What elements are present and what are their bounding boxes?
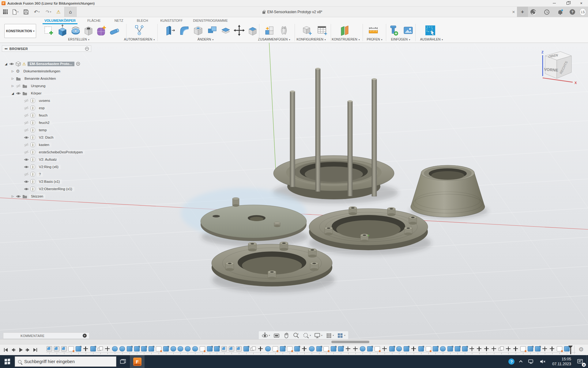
visibility-eye-icon[interactable]	[24, 113, 29, 118]
timeline-feature-extrude-icon[interactable]	[134, 346, 140, 351]
timeline-feature-sketch-icon[interactable]	[68, 346, 74, 351]
timeline-feature-move-icon[interactable]	[258, 346, 263, 351]
viewports-icon[interactable]: ▾	[336, 332, 346, 339]
timeline-feature-sketch-icon[interactable]	[273, 346, 278, 351]
tree-expander-icon[interactable]: ▷	[11, 70, 14, 73]
visibility-eye-icon[interactable]	[24, 128, 29, 132]
pan-icon[interactable]	[282, 332, 291, 339]
construction-plane-button[interactable]	[338, 24, 351, 37]
browser-item-v2-aufsatz[interactable]: V2: Aufsatz	[24, 156, 59, 163]
start-button[interactable]	[0, 355, 15, 368]
timeline-feature-move-icon[interactable]	[105, 346, 110, 351]
ribbon-tab-blech[interactable]: BLECH	[135, 18, 150, 23]
view-cube[interactable]: OBEN VORNE RECHTS Z X	[537, 45, 580, 88]
new-component-button[interactable]	[263, 24, 276, 37]
visibility-eye-icon[interactable]	[24, 179, 29, 184]
insert-image-button[interactable]	[402, 24, 415, 37]
redo-button[interactable]: ↷▾	[43, 7, 54, 17]
timeline-feature-extrude-icon[interactable]	[316, 346, 322, 351]
ribbon-group-erstellen[interactable]: ERSTELLEN	[68, 37, 89, 41]
timeline-feature-cyl-icon[interactable]	[119, 346, 125, 351]
timeline-feature-fillet-icon[interactable]	[61, 346, 67, 351]
visibility-eye-icon[interactable]	[24, 135, 29, 140]
timeline-feature-move-icon[interactable]	[542, 346, 548, 351]
taskbar-clock[interactable]: 15:05 07.11.2023	[549, 357, 574, 367]
browser-item-v2-basis-x1-[interactable]: V2:Basis (x1)	[24, 178, 62, 185]
visibility-eye-icon[interactable]	[16, 84, 21, 88]
file-menu-button[interactable]: ▾	[10, 7, 21, 17]
taskbar-fusion-icon[interactable]: F	[130, 355, 145, 368]
ribbon-tab-kunststoff[interactable]: KUNSTSTOFF	[158, 18, 184, 23]
browser-item-feuch2[interactable]: feuch2	[24, 119, 52, 126]
timeline-feature-sketch-icon[interactable]	[156, 346, 161, 351]
extensions-icon[interactable]	[530, 9, 537, 15]
timeline-feature-extrude-icon[interactable]	[243, 346, 249, 351]
notifications-bell-icon[interactable]	[557, 9, 564, 15]
timeline-settings-gear-icon[interactable]: ⚙	[579, 346, 584, 353]
close-document-tab-button[interactable]: ×	[511, 9, 516, 15]
timeline-feature-move-icon[interactable]	[491, 346, 497, 351]
comments-bar[interactable]: KOMMENTARE +	[3, 332, 89, 339]
browser-item-dokumenteinstellungen[interactable]: ▷⚙Dokumenteinstellungen	[11, 68, 62, 75]
ribbon-group-auswählen[interactable]: AUSWÄHLEN	[420, 37, 443, 41]
timeline-feature-cyl-icon[interactable]	[265, 346, 271, 351]
insert-mccmaster-button[interactable]	[387, 24, 400, 37]
close-button[interactable]: ×	[575, 0, 588, 6]
timeline-feature-extrude-icon[interactable]	[163, 346, 169, 351]
timeline-feature-extrude-icon[interactable]	[127, 346, 132, 351]
timeline-feature-comp-icon[interactable]	[251, 348, 254, 351]
timeline-playhead[interactable]	[568, 346, 573, 354]
orbit-icon[interactable]: ▾	[261, 332, 271, 339]
timeline-feature-extrude-icon[interactable]	[149, 346, 154, 351]
visibility-eye-icon[interactable]	[24, 165, 29, 169]
automate-button[interactable]	[133, 24, 146, 37]
hole-button[interactable]	[82, 24, 95, 37]
timeline-feature-extrude-icon[interactable]	[331, 346, 336, 351]
timeline-feature-move-icon[interactable]	[513, 346, 518, 351]
timeline-feature-fillet-icon[interactable]	[54, 346, 59, 351]
grid-display-icon[interactable]: ▾	[325, 332, 335, 339]
configuration-button[interactable]	[300, 24, 313, 37]
timeline-feature-move-icon[interactable]	[353, 346, 358, 351]
visibility-eye-icon[interactable]	[24, 121, 29, 125]
timeline-feature-cyl-icon[interactable]	[396, 346, 402, 351]
task-view-button[interactable]	[116, 355, 130, 368]
new-document-tab-button[interactable]: +	[517, 7, 528, 17]
visibility-eye-icon[interactable]	[24, 106, 29, 110]
visibility-eye-icon[interactable]	[24, 172, 29, 177]
timeline-feature-extrude-icon[interactable]	[535, 346, 541, 351]
timeline-feature-sketch-icon[interactable]	[520, 346, 526, 351]
timeline-feature-extrude-icon[interactable]	[433, 346, 438, 351]
browser-item--[interactable]: ?	[24, 171, 43, 178]
timeline-feature-extrude-icon[interactable]	[141, 346, 147, 351]
ribbon-tab-volumenkörper[interactable]: VOLUMENKÖRPER	[43, 18, 77, 23]
tray-volume-muted-icon[interactable]	[537, 355, 549, 368]
select-tool-button[interactable]	[424, 24, 437, 37]
timeline-feature-move-icon[interactable]	[549, 346, 555, 351]
tray-help-icon[interactable]: ?	[506, 355, 517, 368]
ribbon-group-ändern[interactable]: ÄNDERN	[198, 37, 213, 41]
timeline-feature-sketch-icon[interactable]	[426, 346, 431, 351]
move-copy-button[interactable]	[233, 24, 246, 37]
help-icon[interactable]: ?	[569, 9, 576, 15]
timeline-scrollbar-thumb[interactable]	[331, 341, 369, 343]
timeline-feature-extrude-icon[interactable]	[404, 346, 409, 351]
timeline-feature-sketch-icon[interactable]	[557, 346, 562, 351]
browser-item-v2-obersterring-x1-[interactable]: V2:ObersterRing (x1)	[24, 186, 74, 192]
look-at-icon[interactable]	[272, 332, 281, 339]
offset-face-button[interactable]	[246, 24, 259, 37]
part-ring-front[interactable]	[212, 242, 332, 286]
browser-item-benannte-ansichten[interactable]: ▷Benannte Ansichten	[11, 75, 58, 82]
fillet-button[interactable]	[178, 24, 190, 37]
timeline-feature-extrude-icon[interactable]	[389, 346, 395, 351]
visibility-eye-icon[interactable]	[24, 150, 29, 155]
ribbon-tab-dienstprogramme[interactable]: DIENSTPROGRAMME	[191, 18, 230, 23]
configuration-table-button[interactable]	[315, 24, 328, 37]
tree-expander-icon[interactable]: ▷	[11, 77, 14, 80]
joint-button[interactable]	[277, 24, 290, 37]
pipe-button[interactable]	[108, 24, 121, 37]
ribbon-group-konfigurieren[interactable]: KONFIGURIEREN	[296, 37, 326, 41]
undo-button[interactable]: ↶▾	[31, 7, 42, 17]
timeline-feature-sketch-icon[interactable]	[200, 346, 205, 351]
app-grid-icon[interactable]	[1, 7, 10, 17]
